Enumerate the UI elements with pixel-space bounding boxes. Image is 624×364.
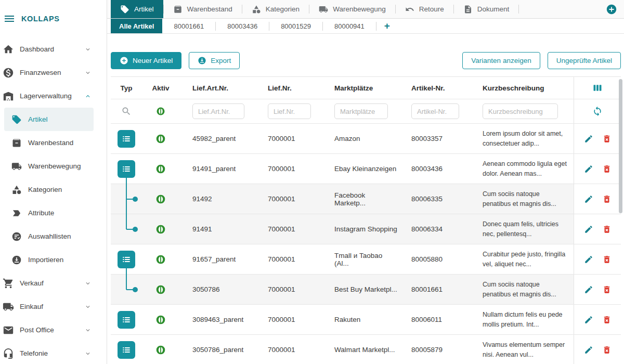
- subtab-alle-artikel[interactable]: Alle Artikel: [111, 19, 162, 33]
- delete-button[interactable]: [602, 225, 612, 234]
- active-status-icon[interactable]: [155, 345, 166, 355]
- tab-dokument[interactable]: Dokument: [454, 0, 519, 18]
- tab-kategorien[interactable]: Kategorien: [242, 0, 309, 18]
- sidebar-item-finanzwesen[interactable]: Finanzwesen: [0, 61, 107, 84]
- cell-lief-art-nr: 91491: [179, 214, 255, 244]
- active-status-icon[interactable]: [155, 284, 166, 295]
- sidebar-item-verkauf[interactable]: Verkauf: [0, 271, 107, 295]
- edit-button[interactable]: [584, 134, 593, 144]
- tab-label: Dokument: [477, 5, 510, 13]
- sidebar-item-einkauf[interactable]: Einkauf: [0, 295, 107, 318]
- filter-input-lief-nr[interactable]: [268, 103, 311, 119]
- sidebar-item-attribute[interactable]: Attribute: [4, 201, 94, 225]
- active-status-icon[interactable]: [155, 254, 166, 265]
- cell-aktiv: [142, 305, 179, 334]
- show-variants-button[interactable]: Varianten anzeigen: [462, 52, 540, 69]
- cell-lief-nr: 7000001: [255, 184, 321, 214]
- chevron-up-icon[interactable]: [84, 93, 92, 100]
- filter-input-kurzbeschreibung[interactable]: [483, 103, 558, 119]
- cell-typ: [111, 214, 142, 244]
- delete-button[interactable]: [602, 164, 612, 174]
- column-header-marktpl-tze: Marktplätze: [321, 77, 398, 99]
- download-circle-icon: [198, 56, 206, 65]
- active-status-icon[interactable]: [155, 134, 166, 144]
- parent-type-button[interactable]: [118, 311, 135, 329]
- chevron-down-icon[interactable]: [84, 280, 92, 287]
- sidebar-item-warenbewegung[interactable]: Warenbewegung: [4, 154, 94, 178]
- subtab-80001661[interactable]: 80001661: [162, 19, 215, 33]
- active-status-icon[interactable]: [155, 224, 166, 235]
- filter-input-marktpl-tze[interactable]: [334, 103, 388, 119]
- filter-cell-aktiv: [142, 99, 179, 123]
- chevron-down-icon[interactable]: [84, 327, 92, 334]
- chevron-down-icon[interactable]: [84, 350, 92, 357]
- edit-button[interactable]: [584, 285, 593, 294]
- sidebar-item-artikel[interactable]: Artikel: [4, 108, 94, 131]
- cell-typ: [111, 335, 142, 364]
- cell-lief-art-nr: 91657_parent: [179, 244, 255, 274]
- sidebar-item-auswahllisten[interactable]: Auswahllisten: [4, 225, 94, 248]
- delete-button[interactable]: [602, 315, 612, 324]
- sidebar-item-importieren[interactable]: Importieren: [4, 248, 94, 271]
- parent-type-button[interactable]: [118, 341, 135, 359]
- edit-button[interactable]: [584, 194, 593, 204]
- tab-retoure[interactable]: Retoure: [396, 0, 453, 18]
- edit-button[interactable]: [584, 164, 593, 174]
- delete-button[interactable]: [602, 255, 612, 264]
- parent-type-button[interactable]: [118, 160, 135, 178]
- tab-label: Warenbestand: [187, 5, 232, 13]
- export-button[interactable]: Export: [189, 52, 240, 69]
- sidebar-item-lagerverwaltung[interactable]: Lagerverwaltung: [0, 84, 107, 108]
- sidebar-item-dashboard[interactable]: Dashboard: [0, 37, 107, 61]
- filter-input-artikel-nr[interactable]: [411, 103, 459, 119]
- columns-icon[interactable]: [592, 83, 603, 93]
- new-article-button[interactable]: Neuer Artikel: [111, 52, 181, 69]
- sidebar-item-warenbestand[interactable]: Warenbestand: [4, 131, 94, 154]
- subtab-80001529[interactable]: 80001529: [269, 19, 322, 33]
- sidebar-item-kategorien[interactable]: Kategorien: [4, 178, 94, 201]
- active-status-icon[interactable]: [156, 107, 165, 116]
- cell-typ: [111, 275, 142, 304]
- search-icon[interactable]: [121, 106, 132, 116]
- filter-input-lief-art-nr[interactable]: [192, 103, 244, 119]
- refresh-icon[interactable]: [592, 106, 603, 116]
- tab-warenbestand[interactable]: Warenbestand: [164, 0, 242, 18]
- edit-button[interactable]: [584, 255, 593, 264]
- chevron-down-icon[interactable]: [84, 46, 92, 53]
- cell-aktiv: [142, 124, 179, 153]
- plus-circle-icon: [120, 56, 128, 65]
- sidebar-item-label: Artikel: [28, 115, 48, 123]
- edit-button[interactable]: [584, 345, 593, 355]
- add-article-tab-button[interactable]: +: [376, 19, 398, 33]
- scrollbar-thumb[interactable]: [619, 79, 622, 213]
- tab-warenbewegung[interactable]: Warenbewegung: [309, 0, 395, 18]
- cell-aktiv: [142, 184, 179, 214]
- edit-button[interactable]: [584, 315, 593, 324]
- delete-button[interactable]: [602, 134, 612, 144]
- hamburger-menu-icon[interactable]: [3, 12, 16, 25]
- delete-button[interactable]: [602, 194, 612, 204]
- tag-icon: [120, 5, 129, 14]
- parent-type-button[interactable]: [118, 251, 135, 268]
- subtab-80000941[interactable]: 80000941: [323, 19, 376, 33]
- cart-icon: [3, 278, 14, 289]
- column-header-artikel-nr: Artikel-Nr.: [398, 77, 470, 99]
- edit-button[interactable]: [584, 225, 593, 234]
- active-status-icon[interactable]: [155, 164, 166, 174]
- chevron-down-icon[interactable]: [84, 69, 92, 76]
- parent-type-button[interactable]: [118, 130, 135, 148]
- list-icon: [121, 134, 132, 144]
- unchecked-articles-button[interactable]: Ungeprüfte Artikel: [548, 52, 621, 69]
- subtab-80003436[interactable]: 80003436: [216, 19, 269, 33]
- tab-artikel[interactable]: Artikel: [111, 0, 163, 18]
- delete-button[interactable]: [602, 345, 612, 355]
- sidebar-item-post-office[interactable]: Post Office: [0, 318, 107, 342]
- cell-kurzbeschreibung: Curabitur pede justo, fringilla vel, ali…: [470, 244, 574, 274]
- active-status-icon[interactable]: [155, 194, 166, 204]
- add-tab-button[interactable]: [606, 4, 617, 15]
- delete-button[interactable]: [602, 285, 612, 294]
- sidebar-item-telefonie[interactable]: Telefonie: [0, 342, 107, 364]
- active-status-icon[interactable]: [155, 315, 166, 325]
- chevron-down-icon[interactable]: [84, 303, 92, 310]
- truck-icon: [319, 5, 328, 14]
